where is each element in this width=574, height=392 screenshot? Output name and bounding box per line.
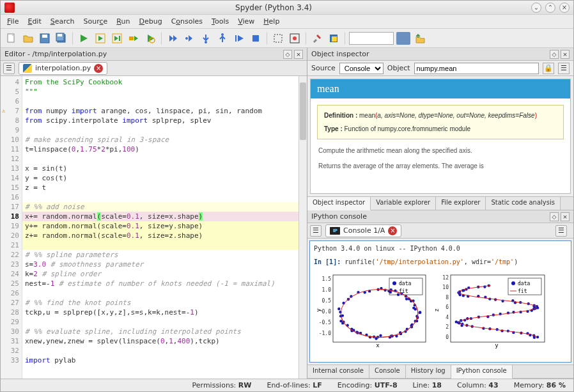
open-file-icon[interactable]	[21, 31, 35, 45]
pane-options-icon[interactable]: ◇	[550, 50, 559, 59]
menu-view[interactable]: View	[238, 17, 254, 26]
svg-text:-0.5: -0.5	[319, 320, 331, 325]
pane-close-icon[interactable]: ×	[294, 50, 303, 59]
rerun-icon[interactable]	[143, 31, 157, 45]
tab-variable-explorer[interactable]: Variable explorer	[371, 197, 436, 210]
doc-definition-box: Definition : mean(a, axis=None, dtype=No…	[317, 105, 564, 139]
svg-rect-16	[274, 35, 282, 42]
debug-icon[interactable]	[166, 31, 180, 45]
svg-point-86	[379, 334, 382, 337]
plot-yz: 12108 6420 z y data fit	[433, 272, 548, 349]
save-all-icon[interactable]	[54, 31, 68, 45]
svg-text:data: data	[518, 281, 530, 286]
menu-debug[interactable]: Debug	[139, 17, 162, 26]
doc-title: mean	[311, 79, 570, 98]
maximize-button[interactable]: ⌃	[545, 3, 555, 13]
pane-close-icon[interactable]: ×	[561, 212, 570, 221]
right-pane: Object inspector ◇ × Source Console Obje…	[307, 48, 573, 379]
debug-continue-icon[interactable]	[232, 31, 246, 45]
debug-step-out-icon[interactable]	[215, 31, 229, 45]
source-select[interactable]: Console	[339, 63, 384, 74]
menu-search[interactable]: Search	[50, 17, 75, 26]
pane-options-icon[interactable]: ◇	[283, 50, 292, 59]
menu-source[interactable]: Source	[84, 17, 108, 26]
source-label: Source	[311, 64, 336, 72]
console-tab-list-button[interactable]: ☰	[310, 225, 322, 237]
python-file-icon	[23, 64, 32, 73]
menu-run[interactable]: Run	[116, 17, 130, 26]
working-dir-combo[interactable]	[349, 32, 394, 45]
app-window: Spyder (Python 3.4) ⌄ ⌃ × File Edit Sear…	[0, 0, 574, 392]
tab-file-explorer[interactable]: File explorer	[436, 197, 486, 210]
new-file-icon[interactable]	[4, 31, 19, 45]
svg-text:0.0: 0.0	[322, 309, 332, 315]
tab-ipython-console[interactable]: IPython console	[451, 365, 513, 379]
tab-console[interactable]: Console	[369, 365, 406, 378]
console-output[interactable]: Python 3.4.0 on linux -- IPython 4.0.0 I…	[309, 240, 571, 363]
menu-file[interactable]: File	[7, 17, 19, 26]
svg-point-31	[392, 281, 396, 285]
debug-step-in-icon[interactable]	[199, 31, 213, 45]
preferences-icon[interactable]	[310, 31, 324, 45]
close-tab-icon[interactable]: ×	[94, 64, 103, 73]
svg-text:data: data	[399, 281, 411, 286]
pythonpath-icon[interactable]	[327, 31, 341, 45]
pane-options-icon[interactable]: ◇	[550, 212, 559, 221]
titlebar: Spyder (Python 3.4) ⌄ ⌃ ×	[1, 1, 573, 15]
console-tab-1a[interactable]: IP Console 1/A ×	[325, 224, 401, 237]
tab-object-inspector[interactable]: Object inspector	[307, 197, 371, 210]
main-toolbar	[1, 29, 573, 48]
status-eol: End-of-lines: LF	[267, 381, 322, 389]
svg-text:y: y	[315, 308, 322, 312]
pane-close-icon[interactable]: ×	[561, 50, 570, 59]
lock-icon[interactable]: 🔒	[543, 63, 554, 74]
editor-pane-header: Editor - /tmp/interpolation.py ◇ ×	[1, 48, 307, 61]
menu-tools[interactable]: Tools	[212, 17, 229, 26]
menu-help[interactable]: Help	[263, 17, 279, 26]
parent-dir-icon[interactable]	[413, 31, 427, 45]
code-content[interactable]: From the SciPy Cookbook"""from numpy imp…	[22, 76, 307, 379]
code-editor[interactable]: 4567891011121314151617181920212223242526…	[1, 76, 307, 379]
line-number-gutter: 4567891011121314151617181920212223242526…	[1, 76, 22, 379]
browse-dir-icon[interactable]	[396, 31, 410, 45]
menu-consoles[interactable]: Consoles	[171, 17, 203, 26]
svg-text:0.5: 0.5	[322, 298, 332, 304]
svg-point-93	[339, 320, 342, 322]
close-console-tab-icon[interactable]: ×	[388, 226, 397, 235]
run-cell-icon[interactable]	[93, 31, 107, 45]
fullscreen-icon[interactable]	[288, 31, 302, 45]
tab-history-log[interactable]: History log	[406, 365, 451, 378]
svg-rect-14	[235, 35, 237, 42]
svg-point-18	[293, 36, 297, 40]
tab-static-analysis[interactable]: Static code analysis	[486, 197, 561, 210]
svg-point-62	[337, 308, 340, 310]
object-label: Object	[387, 64, 410, 72]
status-column: Column: 43	[457, 381, 499, 389]
svg-text:10: 10	[442, 285, 449, 290]
svg-point-11	[185, 37, 188, 40]
minimize-button[interactable]: ⌄	[531, 3, 541, 13]
svg-text:8: 8	[446, 295, 449, 301]
run-icon[interactable]	[77, 31, 91, 45]
console-banner: Python 3.4.0 on linux -- IPython 4.0.0	[314, 245, 567, 252]
run-selection-icon[interactable]	[127, 31, 141, 45]
debug-stop-icon[interactable]	[249, 31, 263, 45]
maximize-pane-icon[interactable]	[271, 31, 285, 45]
menu-edit[interactable]: Edit	[27, 17, 41, 26]
editor-scrollbar[interactable]	[299, 76, 307, 379]
object-input[interactable]	[414, 63, 539, 74]
status-line: Line: 18	[413, 381, 442, 389]
svg-point-74	[405, 297, 408, 300]
options-gear-icon[interactable]: ☰	[558, 63, 570, 74]
menubar: File Edit Search Source Run Debug Consol…	[1, 15, 573, 29]
console-options-icon[interactable]: ☰	[555, 225, 567, 237]
editor-pane-title: Editor - /tmp/interpolation.py	[4, 50, 107, 58]
tab-list-button[interactable]: ☰	[3, 63, 15, 74]
file-tab-interpolation[interactable]: interpolation.py ×	[19, 62, 107, 75]
svg-text:2: 2	[446, 324, 449, 330]
close-button[interactable]: ×	[559, 3, 570, 13]
debug-step-icon[interactable]	[182, 31, 196, 45]
save-icon[interactable]	[38, 31, 52, 45]
tab-internal-console[interactable]: Internal console	[307, 365, 369, 378]
run-cell-advance-icon[interactable]	[110, 31, 124, 45]
